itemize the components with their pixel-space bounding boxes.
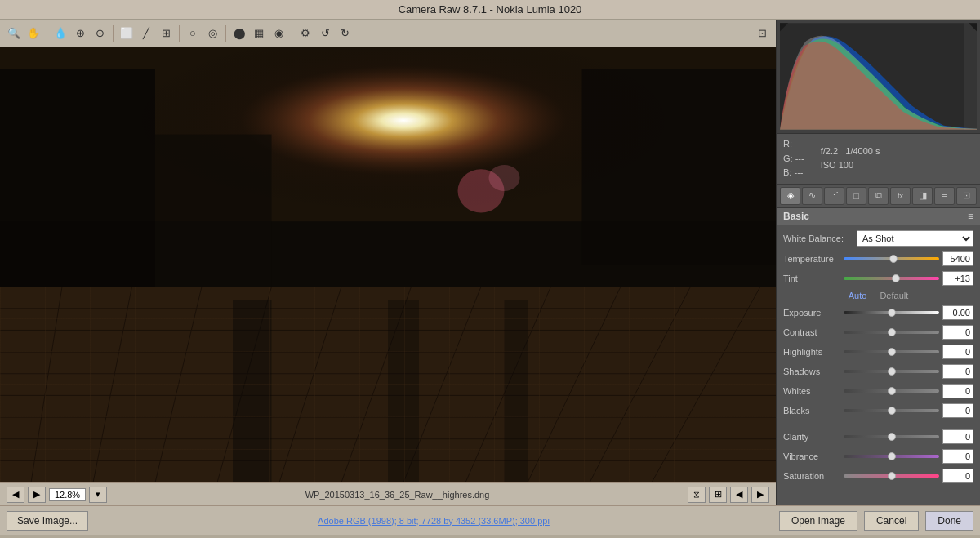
- tool-separator-4: [225, 25, 226, 42]
- tab-tone-curve[interactable]: ∿: [802, 187, 822, 205]
- spot-removal-tool[interactable]: ○: [184, 24, 202, 42]
- whites-label: Whites: [783, 386, 840, 396]
- contrast-slider[interactable]: [844, 331, 939, 334]
- vibrance-slider[interactable]: [844, 455, 939, 458]
- white-balance-select[interactable]: As Shot Auto Daylight Cloudy Shade Tungs…: [857, 230, 973, 247]
- saturation-label: Saturation: [783, 471, 840, 481]
- highlights-handle[interactable]: [888, 348, 896, 356]
- saturation-value[interactable]: [942, 469, 973, 483]
- highlights-value[interactable]: [942, 345, 973, 359]
- exposure-value[interactable]: [942, 305, 973, 320]
- straighten-tool[interactable]: ╱: [137, 24, 155, 42]
- exposure-slider[interactable]: [844, 311, 939, 314]
- contrast-handle[interactable]: [888, 328, 896, 336]
- grid-btn[interactable]: ⊞: [709, 487, 727, 503]
- toolbar: 🔍 ✋ 💧 ⊕ ⊙ ⬜ ╱ ⊞ ○ ◎ ⬤ ▦ ◉ ⚙ ↺ ↻: [0, 20, 776, 47]
- svg-line-13: [93, 287, 132, 482]
- contrast-value[interactable]: [942, 325, 973, 340]
- tab-lens[interactable]: fx: [890, 187, 911, 205]
- basic-section-header[interactable]: Basic ≡: [777, 208, 980, 225]
- right-panel: R: --- G: --- B: --- f/2.2 1/4000 s ISO …: [776, 20, 980, 505]
- section-menu-icon: ≡: [968, 211, 973, 222]
- clarity-label: Clarity: [783, 432, 840, 442]
- temperature-value[interactable]: [942, 251, 973, 266]
- tab-detail[interactable]: ⋰: [824, 187, 844, 205]
- vibrance-value[interactable]: [942, 449, 973, 464]
- tab-presets[interactable]: ≡: [934, 187, 955, 205]
- graduated-filter-tool[interactable]: ▦: [250, 24, 268, 42]
- temperature-slider[interactable]: [844, 257, 939, 260]
- tab-hsl[interactable]: □: [846, 187, 866, 205]
- auto-default-row: Auto Default: [783, 291, 973, 300]
- bottom-center: Adobe RGB (1998); 8 bit; 7728 by 4352 (3…: [95, 515, 773, 527]
- shadows-handle[interactable]: [888, 367, 896, 376]
- highlights-slider[interactable]: [844, 350, 939, 353]
- status-prev-btn[interactable]: ◀: [730, 487, 748, 503]
- whites-handle[interactable]: [888, 387, 896, 395]
- shadows-value[interactable]: [942, 364, 973, 379]
- preferences-tool[interactable]: ⚙: [296, 24, 314, 42]
- toolbar-right: ⊡: [753, 24, 771, 42]
- blacks-handle[interactable]: [888, 407, 896, 415]
- contrast-row: Contrast: [783, 325, 973, 340]
- tab-camera-cal[interactable]: ◨: [912, 187, 933, 205]
- zoom-tool[interactable]: 🔍: [5, 24, 23, 42]
- radial-filter-tool[interactable]: ◉: [270, 24, 287, 42]
- white-balance-row: White Balance: As Shot Auto Daylight Clo…: [783, 230, 973, 247]
- rotate-cw-tool[interactable]: ↻: [336, 24, 354, 42]
- white-balance-tool[interactable]: 💧: [51, 24, 69, 42]
- adj-brush-tool[interactable]: ⬤: [230, 24, 248, 42]
- status-next-btn[interactable]: ▶: [751, 487, 769, 503]
- tint-value[interactable]: [942, 271, 973, 286]
- exposure-handle[interactable]: [888, 309, 896, 317]
- done-button[interactable]: Done: [925, 511, 973, 531]
- tool-separator-3: [179, 25, 180, 42]
- crop-tool[interactable]: ⬜: [118, 24, 136, 42]
- tab-snapshots[interactable]: ⊡: [956, 187, 977, 205]
- nav-left-btn[interactable]: ◀: [7, 487, 24, 503]
- blacks-value[interactable]: [942, 403, 973, 418]
- saturation-slider[interactable]: [844, 474, 939, 478]
- clarity-handle[interactable]: [888, 433, 896, 441]
- fullscreen-tool[interactable]: ⊡: [753, 24, 771, 42]
- whites-value[interactable]: [942, 384, 973, 398]
- auto-link[interactable]: Auto: [849, 291, 867, 300]
- temperature-label: Temperature: [783, 254, 840, 264]
- red-eye-tool[interactable]: ◎: [203, 24, 221, 42]
- tint-slider[interactable]: [844, 277, 939, 280]
- hand-tool[interactable]: ✋: [24, 24, 42, 42]
- shadows-slider[interactable]: [844, 370, 939, 373]
- svg-rect-28: [388, 300, 419, 482]
- color-sampler-tool[interactable]: ⊕: [71, 24, 89, 42]
- saturation-handle[interactable]: [888, 472, 896, 480]
- window-title: Camera Raw 8.7.1 - Nokia Lumia 1020: [399, 3, 582, 16]
- open-image-button[interactable]: Open Image: [779, 511, 858, 531]
- svg-line-18: [403, 287, 481, 482]
- clarity-slider[interactable]: [844, 435, 939, 438]
- default-link[interactable]: Default: [880, 291, 908, 300]
- panel-tabs: ◈ ∿ ⋰ □ ⧉ fx ◨ ≡ ⊡: [777, 185, 980, 208]
- nav-right-btn[interactable]: ▶: [28, 487, 46, 503]
- whites-slider[interactable]: [844, 389, 939, 393]
- tint-handle[interactable]: [892, 274, 900, 282]
- main-container: 🔍 ✋ 💧 ⊕ ⊙ ⬜ ╱ ⊞ ○ ◎ ⬤ ▦ ◉ ⚙ ↺ ↻: [0, 20, 980, 535]
- panels-content: Basic ≡ White Balance: As Shot Auto Dayl…: [777, 208, 980, 505]
- rotate-ccw-tool[interactable]: ↺: [316, 24, 334, 42]
- targeted-adj-tool[interactable]: ⊙: [91, 24, 109, 42]
- svg-rect-29: [505, 300, 528, 482]
- vibrance-handle[interactable]: [888, 452, 896, 460]
- filter-btn[interactable]: ⧖: [688, 487, 706, 503]
- histogram-area: [777, 20, 980, 134]
- temperature-handle[interactable]: [889, 255, 898, 263]
- save-image-button[interactable]: Save Image...: [7, 511, 88, 531]
- clarity-value[interactable]: [942, 429, 973, 444]
- blacks-slider[interactable]: [844, 409, 939, 412]
- cancel-button[interactable]: Cancel: [864, 511, 919, 531]
- zoom-dropdown-btn[interactable]: ▾: [89, 487, 107, 503]
- shadows-label: Shadows: [783, 367, 840, 376]
- wb-label: White Balance:: [783, 233, 857, 243]
- tab-split-toning[interactable]: ⧉: [868, 187, 889, 205]
- tab-basic[interactable]: ◈: [780, 187, 800, 205]
- transform-tool[interactable]: ⊞: [157, 24, 175, 42]
- image-info-link[interactable]: Adobe RGB (1998); 8 bit; 7728 by 4352 (3…: [318, 516, 550, 526]
